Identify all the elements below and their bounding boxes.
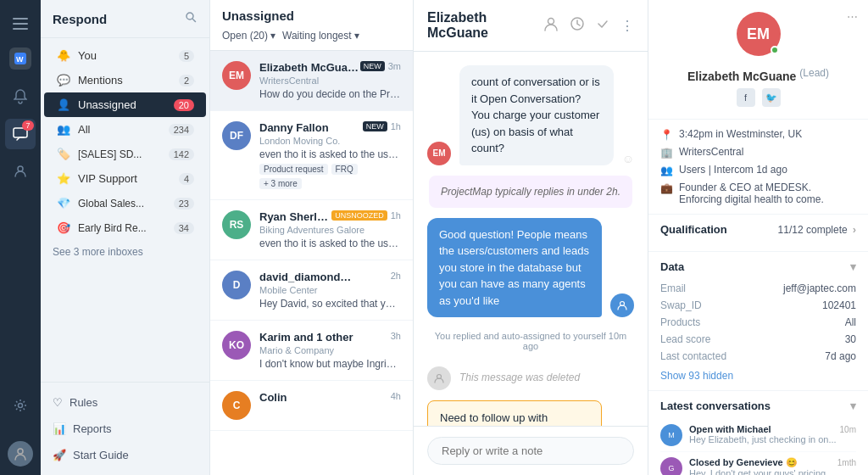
conv-item-david[interactable]: D david_diamond@company... 2h Mobile Cen… — [210, 260, 413, 321]
rp-data-section: Data ▾ Email jeff@japtec.com Swap_ID 102… — [648, 252, 868, 391]
conv-content-colin: Colin 4h — [259, 391, 401, 420]
left-navigation: W 7 — [0, 0, 41, 475]
sidebar-item-mentions[interactable]: 💬 Mentions 2 — [44, 68, 206, 92]
conv-name-david: david_diamond@company... — [259, 271, 361, 283]
rp-data-header: Data ▾ — [660, 260, 856, 273]
conv-filters: Open (20) ▾ Waiting longest ▾ — [222, 30, 401, 42]
conv-item-ryan[interactable]: RS Ryan Sherlock UNSNOOZED 1h Biking Adv… — [210, 200, 413, 260]
nav-badge: 7 — [22, 120, 34, 131]
rp-conv-item-genevieve[interactable]: G Closed by Genevieve 😊 1mth Hey, I don'… — [660, 452, 856, 475]
chevron-right-icon[interactable]: › — [853, 223, 856, 236]
sidebar-sales-icon: 🏷️ — [56, 148, 71, 160]
conv-filter-open[interactable]: Open (20) ▾ — [222, 30, 275, 42]
clock-icon[interactable] — [570, 16, 585, 35]
conv-meta-ryan: UNSNOOZED 1h — [331, 210, 401, 221]
reports-label: Reports — [73, 422, 112, 435]
chat-messages: EM count of conversation or is it Open C… — [414, 52, 648, 426]
conv-item-colin[interactable]: C Colin 4h — [210, 381, 413, 431]
sidebar-item-unassigned[interactable]: 👤 Unassigned 20 — [44, 92, 206, 117]
sidebar-global-count: 23 — [174, 198, 194, 210]
conv-item-elizabeth[interactable]: EM Elizabeth McGuane NEW 3m WritersCentr… — [210, 51, 413, 111]
nav-notifications-icon[interactable] — [5, 81, 36, 112]
nav-contacts-icon[interactable] — [5, 156, 36, 187]
rp-qual-header: Qualification 11/12 complete › — [660, 223, 856, 236]
sidebar-vip-count: 4 — [179, 173, 194, 185]
rp-swapid-value: 102401 — [822, 299, 856, 311]
sidebar-header: Respond — [41, 0, 209, 38]
rp-latest-header: Latest conversations ▾ — [660, 400, 856, 412]
msg-system-text: You replied and auto-assigned to yoursel… — [427, 331, 634, 351]
sidebar-unassigned-count: 20 — [174, 99, 194, 111]
nav-menu-icon[interactable] — [5, 8, 36, 39]
sidebar-item-you-label: You — [78, 49, 172, 62]
sidebar-bottom-startguide[interactable]: 🚀 Start Guide — [53, 444, 198, 467]
rp-conv-item-michael[interactable]: M Open with Michael 10m Hey Elizabeth, j… — [660, 419, 856, 452]
rp-info-location: 📍 3:42pm in Westminster, UK — [660, 128, 856, 141]
conv-items: EM Elizabeth McGuane NEW 3m WritersCentr… — [210, 51, 413, 475]
rp-latest-convs: Latest conversations ▾ M Open with Micha… — [648, 391, 868, 475]
tag-more: + 3 more — [259, 178, 302, 189]
conv-filter-sort[interactable]: Waiting longest ▾ — [282, 30, 359, 42]
rp-qualification-section: Qualification 11/12 complete › — [648, 215, 868, 252]
msg-deleted-text: This message was deleted — [459, 365, 580, 390]
sidebar-see-more[interactable]: See 3 more inboxes — [41, 240, 209, 264]
sidebar-earlybird-icon: 🎯 — [56, 221, 71, 234]
conv-item-danny[interactable]: DF Danny Fallon NEW 1h London Moving Co.… — [210, 111, 413, 200]
rp-lead-badge: (Lead) — [799, 67, 829, 79]
rp-conv-time-michael: 10m — [840, 425, 856, 434]
conv-name-karim: Karim and 1 other — [259, 331, 353, 344]
sidebar-bottom-reports[interactable]: 📊 Reports — [53, 417, 198, 440]
chat-header: Elizabeth McGuane ⋮ — [414, 0, 648, 52]
msg-system-reply: ProjectMap typically replies in under 2h… — [429, 176, 632, 208]
sidebar-item-you[interactable]: 🐥 You 5 — [44, 43, 206, 68]
sidebar-item-sales[interactable]: 🏷️ [SALES] SD... 142 — [44, 142, 206, 166]
sidebar-unassigned-icon: 👤 — [56, 98, 71, 111]
rp-leadscore-label: Lead score — [660, 333, 710, 345]
system-reply-row: ProjectMap typically replies in under 2h… — [427, 176, 634, 208]
chevron-down-icon[interactable]: ▾ — [850, 260, 856, 273]
msg-avatar-deleted — [427, 366, 451, 390]
conv-preview-david: Hey David, so excited that you are consi… — [259, 298, 401, 310]
check-icon[interactable] — [595, 16, 610, 35]
more-options-icon[interactable]: ⋮ — [620, 18, 634, 34]
conv-top: Ryan Sherlock UNSNOOZED 1h — [259, 210, 401, 223]
chevron-down-icon-2[interactable]: ▾ — [850, 400, 856, 412]
sidebar-item-all[interactable]: 👥 All 234 — [44, 117, 206, 142]
sidebar-earlybird-count: 34 — [174, 222, 194, 234]
rp-conv-avatar-michael: M — [660, 424, 682, 446]
sidebar-item-mentions-label: Mentions — [78, 74, 172, 87]
sidebar-search-icon[interactable] — [184, 10, 198, 27]
rp-info-bio: 💼 Founder & CEO at MEDESK. Enforcing dig… — [660, 182, 856, 205]
tag-product-request: Product request — [259, 164, 328, 175]
rp-users: Users | Intercom 1d ago — [679, 164, 787, 176]
nav-settings-icon[interactable] — [5, 390, 36, 421]
conv-item-karim[interactable]: KO Karim and 1 other 3h Mario & Company … — [210, 321, 413, 381]
sidebar-you-icon: 🐥 — [56, 49, 71, 62]
sidebar-bottom-rules[interactable]: ♡ Rules — [53, 391, 198, 414]
conv-meta-danny: NEW 1h — [363, 121, 401, 131]
sidebar-mentions-count: 2 — [179, 75, 194, 87]
svg-rect-0 — [13, 18, 28, 20]
conversation-list: Unassigned Open (20) ▾ Waiting longest ▾… — [210, 0, 414, 475]
facebook-icon[interactable]: f — [737, 88, 755, 107]
rp-email-value: jeff@japtec.com — [783, 282, 856, 294]
msg-bubble-3: Good question! People means the users/cu… — [427, 218, 602, 318]
chevron-down-icon: ▾ — [270, 30, 275, 42]
sidebar-item-global[interactable]: 💎 Global Sales... 23 — [44, 191, 206, 215]
sidebar-item-earlybird[interactable]: 🎯 Early Bird Re... 34 — [44, 215, 206, 240]
rules-icon: ♡ — [53, 396, 63, 409]
startguide-icon: 🚀 — [53, 449, 66, 461]
user-avatar[interactable] — [8, 441, 33, 467]
chat-avatar-icon[interactable] — [542, 15, 559, 36]
twitter-icon[interactable]: 🐦 — [762, 88, 781, 107]
rp-show-hidden[interactable]: Show 93 hidden — [660, 370, 856, 382]
rp-data-leadscore: Lead score 30 — [660, 331, 856, 348]
rp-products-value: All — [845, 316, 856, 328]
rp-products-label: Products — [660, 316, 700, 328]
conv-preview-elizabeth: How do you decide on the Pricing, I mean… — [259, 88, 401, 100]
chat-input[interactable] — [427, 437, 634, 465]
sidebar-item-vip[interactable]: ⭐ VIP Support 4 — [44, 166, 206, 191]
nav-conversations-icon[interactable]: 7 — [5, 119, 36, 149]
conv-avatar-ryan: RS — [222, 210, 251, 239]
rp-more-icon[interactable]: ⋯ — [847, 10, 858, 23]
